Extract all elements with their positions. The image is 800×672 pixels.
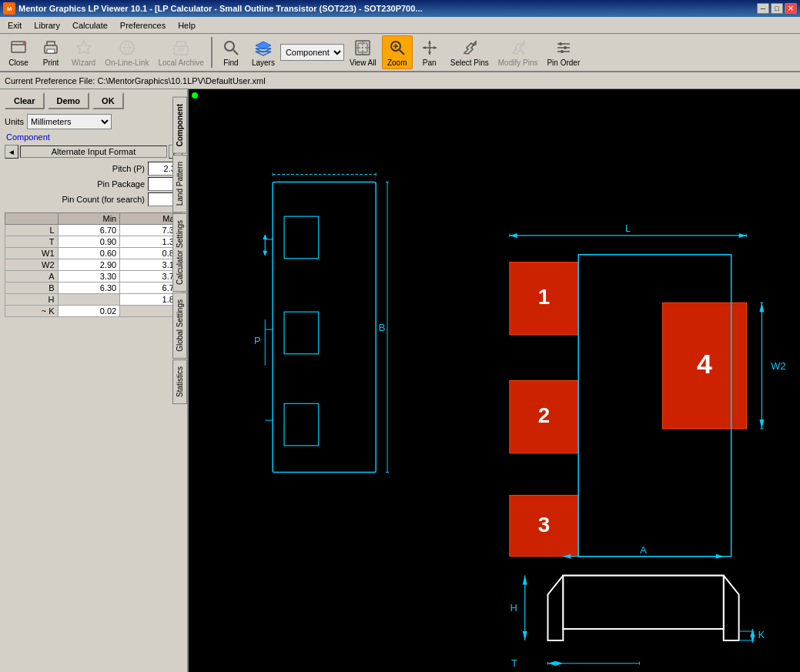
modify-pins-button[interactable]: Modify Pins xyxy=(494,35,542,69)
row-min xyxy=(58,294,120,306)
svg-marker-5 xyxy=(77,41,91,54)
layers-icon xyxy=(254,38,273,57)
close-button[interactable]: ✕ xyxy=(785,3,797,14)
tab-calculator-settings[interactable]: Calculator Settings xyxy=(172,213,187,292)
menu-calculate[interactable]: Calculate xyxy=(66,19,114,32)
menu-exit[interactable]: Exit xyxy=(2,19,28,32)
svg-rect-82 xyxy=(563,576,723,629)
svg-marker-24 xyxy=(428,52,431,55)
alt-format-row: ◄ Alternate Input Format ► xyxy=(0,143,187,160)
tab-statistics[interactable]: Statistics xyxy=(172,359,187,404)
table-row: H1.80 xyxy=(5,294,182,306)
table-row: W22.903.18 xyxy=(5,259,182,271)
schematic-svg: P B 1 2 3 xyxy=(189,89,800,672)
component-label: Component xyxy=(0,131,187,143)
svg-line-20 xyxy=(400,50,404,55)
pin-order-icon xyxy=(554,38,573,57)
svg-line-27 xyxy=(521,51,524,54)
demo-button[interactable]: Demo xyxy=(48,92,90,109)
pref-path: C:\MentorGraphics\10.1LPV\DefaultUser.xm… xyxy=(97,76,265,85)
prev-format-button[interactable]: ◄ xyxy=(5,145,18,159)
local-archive-button[interactable]: Local Archive xyxy=(154,35,207,69)
col-min-header: Min xyxy=(58,213,120,225)
alt-format-label: Alternate Input Format xyxy=(20,145,167,158)
data-table: Min Max L6.707.30T0.901.30W10.600.88W22.… xyxy=(5,212,182,317)
pan-icon xyxy=(420,38,439,57)
menu-preferences[interactable]: Preferences xyxy=(114,19,172,32)
table-row: T0.901.30 xyxy=(5,236,182,248)
find-button[interactable]: Find xyxy=(216,35,246,69)
svg-marker-23 xyxy=(428,41,431,44)
title-bar: M Mentor Graphics LP Viewer 10.1 - [LP C… xyxy=(0,0,800,17)
svg-marker-71 xyxy=(759,303,764,312)
view-all-button[interactable]: View All xyxy=(346,35,380,69)
svg-marker-14 xyxy=(256,52,271,55)
svg-text:4: 4 xyxy=(697,349,712,379)
svg-point-10 xyxy=(225,42,234,51)
side-tabs: Component Land Pattern Calculator Settin… xyxy=(172,97,187,404)
print-icon xyxy=(42,38,60,57)
row-label: A xyxy=(5,271,59,283)
ok-button[interactable]: OK xyxy=(92,92,124,109)
row-min: 3.30 xyxy=(58,271,120,283)
row-min: 0.02 xyxy=(58,306,120,317)
pan-button[interactable]: Pan xyxy=(414,35,445,69)
pref-label: Current Preference File: xyxy=(5,76,95,85)
table-row: W10.600.88 xyxy=(5,248,182,259)
svg-line-11 xyxy=(233,50,238,55)
online-link-button[interactable]: On-Line-Link xyxy=(101,35,152,69)
close-toolbar-icon xyxy=(9,38,28,57)
wizard-button[interactable]: Wizard xyxy=(68,35,99,69)
row-min: 0.90 xyxy=(58,236,120,248)
svg-marker-72 xyxy=(759,420,764,429)
row-label: W2 xyxy=(5,259,59,271)
svg-marker-43 xyxy=(263,251,267,256)
wizard-icon xyxy=(75,38,93,57)
table-row: B6.306.70 xyxy=(5,283,182,294)
svg-marker-79 xyxy=(523,576,527,585)
col-label-header xyxy=(5,213,59,225)
layers-button[interactable]: Layers xyxy=(248,35,279,69)
pin-package-row: Pin Package xyxy=(5,177,182,191)
svg-marker-86 xyxy=(555,661,563,666)
row-label: T xyxy=(5,236,59,248)
menu-library[interactable]: Library xyxy=(28,19,66,32)
table-row: A3.303.70 xyxy=(5,271,182,283)
menu-help[interactable]: Help xyxy=(172,19,202,32)
pin-order-button[interactable]: Pin Order xyxy=(543,35,584,69)
svg-text:3: 3 xyxy=(538,513,550,537)
pin-count-row: Pin Count (for search) xyxy=(5,192,182,206)
close-toolbar-button[interactable]: Close xyxy=(3,35,34,69)
svg-marker-76 xyxy=(716,554,724,559)
svg-rect-9 xyxy=(179,48,183,51)
menu-bar: Exit Library Calculate Preferences Help xyxy=(0,17,800,34)
find-icon xyxy=(222,38,240,57)
toolbar: Close Print Wizard On-Line-Link Local Ar… xyxy=(0,34,800,72)
row-label: H xyxy=(5,294,59,306)
row-min: 0.60 xyxy=(58,248,120,259)
table-row: L6.707.30 xyxy=(5,225,182,236)
table-row: ~ K0.02 xyxy=(5,306,182,317)
pref-bar: Current Preference File: C:\MentorGraphi… xyxy=(0,72,800,89)
view-all-icon xyxy=(353,38,372,57)
archive-icon xyxy=(172,38,190,57)
svg-text:A: A xyxy=(640,544,647,556)
svg-rect-83 xyxy=(563,576,723,629)
tab-land-pattern[interactable]: Land Pattern xyxy=(172,155,187,212)
maximize-button[interactable]: □ xyxy=(771,3,783,14)
tab-component[interactable]: Component xyxy=(172,97,187,154)
canvas-area[interactable]: P B 1 2 3 xyxy=(189,89,800,672)
units-select[interactable]: Millimeters xyxy=(27,114,112,129)
component-select[interactable]: Component xyxy=(280,44,344,61)
row-min: 6.30 xyxy=(58,283,120,294)
minimize-button[interactable]: ─ xyxy=(757,3,769,14)
modify-pins-icon xyxy=(509,38,527,57)
units-label: Units xyxy=(5,117,24,126)
select-pins-button[interactable]: Select Pins xyxy=(447,35,493,69)
svg-text:T: T xyxy=(511,657,517,669)
tab-global-settings[interactable]: Global Settings xyxy=(172,293,187,359)
svg-point-2 xyxy=(23,42,25,44)
zoom-button[interactable]: Zoom xyxy=(382,35,413,69)
clear-button[interactable]: Clear xyxy=(5,92,45,109)
print-button[interactable]: Print xyxy=(35,35,66,69)
